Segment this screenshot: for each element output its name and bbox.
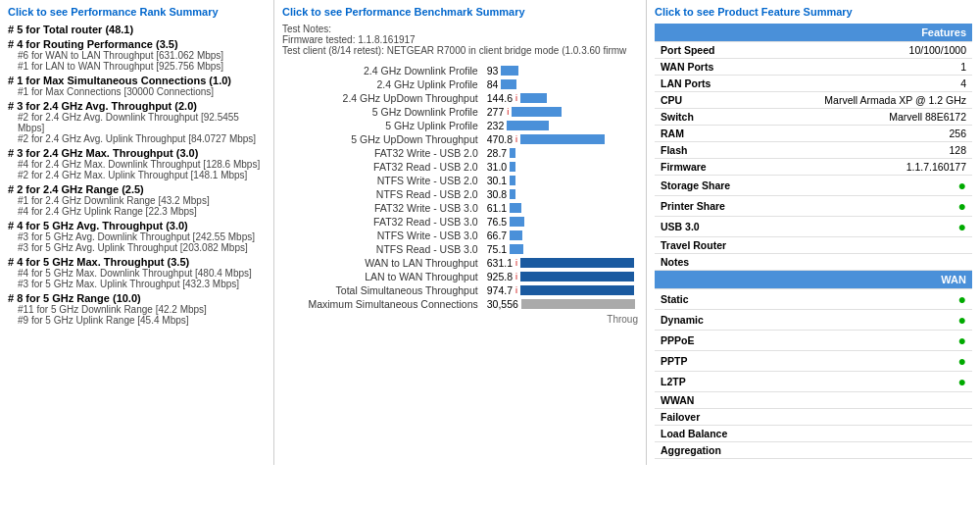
wan-value-6 <box>772 409 972 426</box>
green-dot-10: ● <box>958 219 966 234</box>
bench-row-15: LAN to WAN Throughput925.8i <box>282 270 638 283</box>
feature-row-8: Storage Share● <box>655 176 972 196</box>
bench-row-13: NTFS Read - USB 3.075.1 <box>282 242 638 256</box>
bench-label-13: NTFS Read - USB 3.0 <box>282 242 484 256</box>
rank-item-0: # 5 for Total router (48.1) <box>8 24 266 35</box>
wan-green-dot-2: ● <box>958 332 966 348</box>
feature-value-2: 4 <box>772 76 972 92</box>
feature-label-6: Flash <box>655 142 772 159</box>
feature-label-10: USB 3.0 <box>655 217 772 237</box>
wan-label-4: L2TP <box>655 372 772 392</box>
bench-row-10: FAT32 Write - USB 3.061.1 <box>282 201 638 215</box>
bench-row-8: NTFS Write - USB 2.030.1 <box>282 174 638 187</box>
wan-value-5 <box>772 392 972 409</box>
wan-value-0: ● <box>772 289 972 310</box>
benchmark-table: 2.4 GHz Downlink Profile932.4 GHz Uplink… <box>282 64 638 311</box>
bench-label-8: NTFS Write - USB 2.0 <box>282 174 484 187</box>
rank-items-container: # 5 for Total router (48.1)# 4 for Routi… <box>8 24 266 326</box>
feature-label-11: Travel Router <box>655 237 772 254</box>
rank-item-6: # 4 for 5 GHz Avg. Throughput (3.0)#3 fo… <box>8 220 266 253</box>
bench-val-5: 470.8i <box>484 132 638 146</box>
bench-row-3: 5 GHz Downlink Profile277i <box>282 105 638 119</box>
feature-label-12: Notes <box>655 254 772 271</box>
wan-value-1: ● <box>772 310 972 331</box>
bench-row-9: NTFS Read - USB 2.030.8 <box>282 187 638 201</box>
rank-sub-6-0: #3 for 5 GHz Avg. Downlink Throughput [2… <box>8 231 266 242</box>
feature-value-8: ● <box>772 176 972 196</box>
features-header-label: Features <box>655 24 972 42</box>
bench-label-10: FAT32 Write - USB 3.0 <box>282 201 484 215</box>
bench-label-17: Maximum Simultaneous Connections <box>282 297 484 311</box>
main-container: Click to see Performance Rank Summary # … <box>0 0 980 465</box>
bench-row-4: 5 GHz Uplink Profile232 <box>282 119 638 132</box>
bench-row-16: Total Simultaneous Throughput974.7i <box>282 283 638 297</box>
middle-panel-title[interactable]: Click to see Performance Benchmark Summa… <box>282 6 638 18</box>
bench-row-2: 2.4 GHz UpDown Throughput144.6i <box>282 91 638 105</box>
feature-value-4: Marvell 88E6172 <box>772 109 972 126</box>
wan-label-3: PPTP <box>655 351 772 372</box>
wan-value-4: ● <box>772 372 972 392</box>
test-note-line2: Firmware tested: 1.1.8.161917 <box>282 34 638 45</box>
bench-label-9: NTFS Read - USB 2.0 <box>282 187 484 201</box>
feature-value-6: 128 <box>772 142 972 159</box>
wan-row-2: PPPoE● <box>655 331 972 351</box>
rank-main-1: # 4 for Routing Performance (3.5) <box>8 38 266 50</box>
rank-item-8: # 8 for 5 GHz Range (10.0)#11 for 5 GHz … <box>8 292 266 326</box>
bench-label-7: FAT32 Read - USB 2.0 <box>282 160 484 174</box>
wan-label-5: WWAN <box>655 392 772 409</box>
wan-green-dot-3: ● <box>958 353 966 369</box>
rank-main-3: # 3 for 2.4 GHz Avg. Throughput (2.0) <box>8 100 266 112</box>
feature-value-7: 1.1.7.160177 <box>772 159 972 176</box>
wan-row-1: Dynamic● <box>655 310 972 331</box>
feature-row-9: Printer Share● <box>655 196 972 217</box>
rank-sub-1-1: #1 for LAN to WAN Throughput [925.756 Mb… <box>8 61 266 72</box>
wan-value-8 <box>772 442 972 459</box>
left-panel-title[interactable]: Click to see Performance Rank Summary <box>8 6 266 18</box>
rank-main-2: # 1 for Max Simultaneous Connections (1.… <box>8 75 266 86</box>
bench-row-6: FAT32 Write - USB 2.028.7 <box>282 146 638 160</box>
bench-val-7: 31.0 <box>484 160 638 174</box>
wan-row-5: WWAN <box>655 392 972 409</box>
bench-row-11: FAT32 Read - USB 3.076.5 <box>282 215 638 229</box>
green-dot-8: ● <box>958 178 966 193</box>
wan-value-3: ● <box>772 351 972 372</box>
bench-row-12: NTFS Write - USB 3.066.7 <box>282 229 638 242</box>
bench-row-7: FAT32 Read - USB 2.031.0 <box>282 160 638 174</box>
rank-sub-7-0: #4 for 5 GHz Max. Downlink Throughput [4… <box>8 268 266 279</box>
feature-row-6: Flash128 <box>655 142 972 159</box>
green-dot-9: ● <box>958 198 966 214</box>
bench-label-6: FAT32 Write - USB 2.0 <box>282 146 484 160</box>
wan-row-7: Load Balance <box>655 426 972 442</box>
wan-green-dot-1: ● <box>958 312 966 328</box>
bench-val-6: 28.7 <box>484 146 638 160</box>
rank-sub-8-1: #9 for 5 GHz Uplink Range [45.4 Mbps] <box>8 315 266 326</box>
rank-item-7: # 4 for 5 GHz Max. Throughput (3.5)#4 fo… <box>8 256 266 289</box>
rank-main-7: # 4 for 5 GHz Max. Throughput (3.5) <box>8 256 266 268</box>
bench-val-10: 61.1 <box>484 201 638 215</box>
rank-main-5: # 2 for 2.4 GHz Range (2.5) <box>8 183 266 195</box>
bench-label-3: 5 GHz Downlink Profile <box>282 105 484 119</box>
feature-label-9: Printer Share <box>655 196 772 217</box>
test-notes: Test Notes: Firmware tested: 1.1.8.16191… <box>282 24 638 56</box>
wan-row-6: Failover <box>655 409 972 426</box>
bench-val-4: 232 <box>484 119 638 132</box>
bench-val-0: 93 <box>484 64 638 77</box>
feature-label-0: Port Speed <box>655 42 772 59</box>
features-section-header: Features <box>655 24 972 42</box>
feature-row-10: USB 3.0● <box>655 217 972 237</box>
wan-label-2: PPPoE <box>655 331 772 351</box>
right-panel-title[interactable]: Click to see Product Feature Summary <box>655 6 972 18</box>
wan-green-dot-0: ● <box>958 291 966 307</box>
feature-value-3: Marvell Armada XP @ 1.2 GHz <box>772 92 972 109</box>
bench-row-1: 2.4 GHz Uplink Profile84 <box>282 77 638 91</box>
feature-row-2: LAN Ports4 <box>655 76 972 92</box>
bench-label-16: Total Simultaneous Throughput <box>282 283 484 297</box>
feature-row-5: RAM256 <box>655 126 972 142</box>
bench-label-4: 5 GHz Uplink Profile <box>282 119 484 132</box>
feature-row-4: SwitchMarvell 88E6172 <box>655 109 972 126</box>
feature-row-1: WAN Ports1 <box>655 59 972 76</box>
feature-value-5: 256 <box>772 126 972 142</box>
wan-label-8: Aggregation <box>655 442 772 459</box>
rank-sub-4-1: #2 for 2.4 GHz Max. Uplink Throughput [1… <box>8 170 266 180</box>
feature-row-11: Travel Router <box>655 237 972 254</box>
